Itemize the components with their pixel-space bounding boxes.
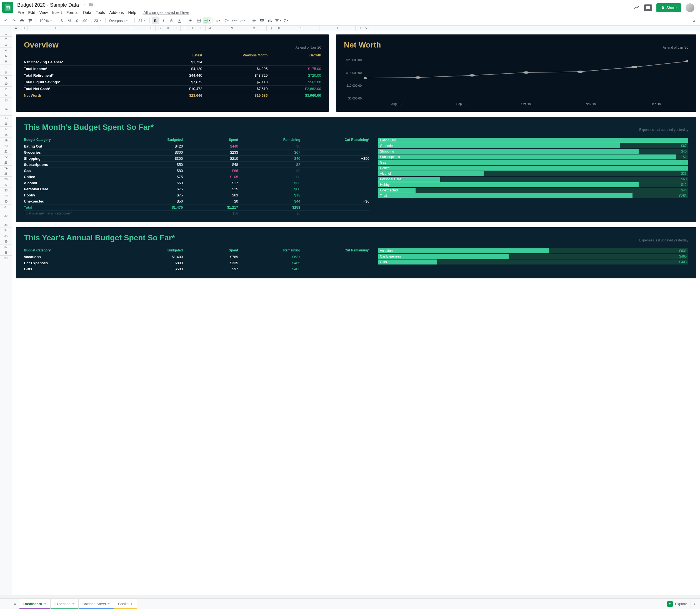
row-header-12[interactable]: 12 (0, 92, 12, 98)
row-header-17[interactable]: 17 (0, 127, 12, 132)
menu-add-ons[interactable]: Add-ons (107, 9, 125, 16)
percent-button[interactable]: % (66, 17, 73, 24)
rotate-button[interactable]: ⤢▼ (239, 17, 246, 24)
folder-icon[interactable] (88, 2, 93, 8)
row-header-10[interactable]: 10 (0, 81, 12, 87)
menu-help[interactable]: Help (126, 9, 138, 16)
row-header-13[interactable]: 13 (0, 98, 12, 103)
row-header-9[interactable]: 9 (0, 75, 12, 81)
row-header-30[interactable]: 30 (0, 199, 12, 205)
row-header-20[interactable]: 20 (0, 143, 12, 149)
menu-view[interactable]: View (37, 9, 50, 16)
row-header-5[interactable]: 5 (0, 53, 12, 59)
paint-format-button[interactable] (27, 17, 34, 24)
increase-decimal-button[interactable]: .00→ (82, 17, 89, 24)
collapse-toolbar-button[interactable]: ∧ (690, 17, 698, 24)
row-header-33[interactable]: 33 (0, 222, 12, 228)
wrap-button[interactable]: ↩▼ (231, 17, 238, 24)
col-header-I[interactable]: I (172, 25, 180, 31)
col-header-T[interactable]: T (319, 25, 355, 31)
row-header-38[interactable]: 38 (0, 250, 12, 256)
col-header-F[interactable]: F (147, 25, 156, 31)
explore-button[interactable]: ✦ Explore (664, 599, 690, 609)
row-header-14[interactable]: 14 (0, 103, 12, 116)
col-header-S[interactable]: S (283, 25, 319, 31)
row-header-11[interactable]: 11 (0, 87, 12, 92)
row-header-6[interactable]: 6 (0, 59, 12, 65)
col-header-C[interactable]: C (28, 25, 85, 31)
col-header-O[interactable]: O (250, 25, 258, 31)
functions-button[interactable]: Σ▼ (282, 17, 290, 24)
col-header-J[interactable]: J (180, 25, 189, 31)
sheets-logo[interactable] (2, 2, 13, 13)
bold-button[interactable]: B (152, 17, 159, 24)
row-header-35[interactable]: 35 (0, 233, 12, 239)
tab-dashboard[interactable]: Dashboard▼ (19, 599, 51, 609)
avatar[interactable] (685, 3, 695, 12)
horizontal-scrollbar[interactable] (0, 595, 700, 598)
row-header-31[interactable]: 31 (0, 205, 12, 210)
sheet-nav-left[interactable]: ‹ (690, 599, 698, 609)
select-all-corner[interactable] (0, 25, 12, 31)
zoom-select[interactable]: 100%▼ (38, 18, 54, 23)
print-button[interactable] (18, 17, 25, 24)
menu-format[interactable]: Format (65, 9, 81, 16)
currency-button[interactable]: $ (58, 17, 65, 24)
row-header-32[interactable]: 32 (0, 210, 12, 222)
row-header-2[interactable]: 2 (0, 37, 12, 42)
row-header-28[interactable]: 28 (0, 188, 12, 193)
col-header-A[interactable]: A (12, 25, 20, 31)
row-header-24[interactable]: 24 (0, 166, 12, 171)
filter-button[interactable]: ▼ (275, 17, 282, 24)
font-size-select[interactable]: 24▼ (137, 18, 147, 23)
menu-data[interactable]: Data (81, 9, 93, 16)
merge-button[interactable]: ▼ (203, 17, 211, 24)
row-header-21[interactable]: 21 (0, 149, 12, 155)
row-header-29[interactable]: 29 (0, 193, 12, 199)
comment-button[interactable] (258, 17, 265, 24)
col-header-P[interactable]: P (258, 25, 267, 31)
col-header-R[interactable]: R (275, 25, 283, 31)
col-header-K[interactable]: K (189, 25, 197, 31)
all-sheets-button[interactable]: ≡ (11, 599, 19, 608)
chart-button[interactable] (266, 17, 274, 24)
col-header-M[interactable]: M (206, 25, 214, 31)
add-sheet-button[interactable]: + (2, 599, 11, 608)
menu-insert[interactable]: Insert (50, 9, 64, 16)
activity-icon[interactable] (634, 4, 640, 12)
fill-color-button[interactable] (187, 17, 194, 24)
share-button[interactable]: Share (657, 3, 681, 12)
col-header-E[interactable]: E (116, 25, 147, 31)
row-header-18[interactable]: 18 (0, 132, 12, 138)
row-header-34[interactable]: 34 (0, 228, 12, 233)
link-button[interactable] (250, 17, 258, 24)
row-header-39[interactable]: 39 (0, 256, 12, 261)
row-header-1[interactable]: 1 (0, 31, 12, 37)
text-color-button[interactable]: A (176, 17, 183, 24)
row-header-37[interactable]: 37 (0, 244, 12, 250)
col-header-L[interactable]: L (197, 25, 206, 31)
row-header-16[interactable]: 16 (0, 121, 12, 127)
col-header-G[interactable]: G (156, 25, 164, 31)
col-header-Q[interactable]: Q (267, 25, 275, 31)
saved-indicator[interactable]: All changes saved in Drive (141, 9, 191, 16)
undo-button[interactable]: ↶ (2, 17, 10, 24)
comments-icon[interactable] (644, 4, 652, 11)
tab-balance-sheet[interactable]: Balance Sheet▼ (78, 599, 115, 609)
redo-button[interactable]: ↷ (10, 17, 18, 24)
row-header-25[interactable]: 25 (0, 171, 12, 177)
tab-expenses[interactable]: Expenses▼ (51, 599, 78, 609)
col-header-U[interactable]: U (355, 25, 364, 31)
col-header-B[interactable]: B (20, 25, 28, 31)
col-header-D[interactable]: D (85, 25, 116, 31)
row-header-27[interactable]: 27 (0, 182, 12, 188)
row-header-26[interactable]: 26 (0, 177, 12, 182)
doc-title[interactable]: Budget 2020 - Sample Data (16, 2, 81, 8)
format-select[interactable]: 123▼ (90, 18, 103, 23)
row-header-15[interactable]: 15 (0, 116, 12, 121)
row-header-4[interactable]: 4 (0, 48, 12, 53)
tab-config[interactable]: Config▼ (114, 599, 137, 609)
star-icon[interactable]: ☆ (83, 3, 86, 7)
row-header-22[interactable]: 22 (0, 155, 12, 160)
row-header-36[interactable]: 36 (0, 239, 12, 244)
